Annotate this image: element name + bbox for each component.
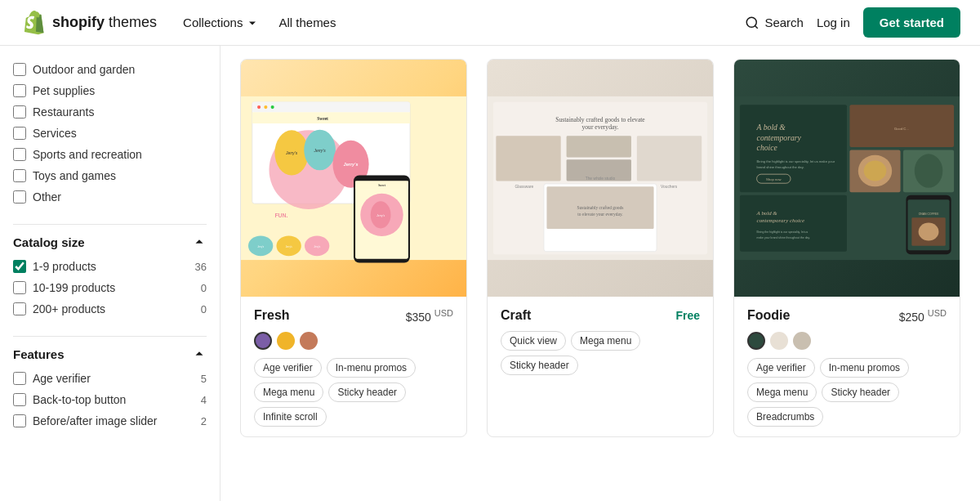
filter-other-checkbox[interactable] (13, 190, 26, 204)
filter-before-after[interactable]: Before/after image slider 2 (13, 410, 207, 432)
filter-200plus[interactable]: 200+ products 0 (13, 298, 207, 320)
get-started-button[interactable]: Get started (863, 7, 960, 38)
features-header[interactable]: Features (13, 336, 207, 368)
filter-other[interactable]: Other (13, 186, 207, 208)
svg-text:Sweet: Sweet (317, 116, 328, 121)
logo-link[interactable]: shopify themes (20, 10, 157, 36)
page-layout: Outdoor and garden Pet supplies Restaura… (0, 46, 980, 501)
tag-breadcrumbs[interactable]: Breadcrumbs (747, 407, 823, 427)
fresh-mockup-svg: Sweet Jerry's Jerry's Jerry's (241, 60, 466, 297)
search-button[interactable]: Search (745, 16, 804, 30)
svg-text:Jerry's: Jerry's (314, 245, 321, 248)
svg-rect-35 (567, 136, 631, 157)
swatch-dark-green[interactable] (747, 332, 765, 350)
svg-text:Shop now: Shop now (766, 177, 781, 181)
svg-text:make your brand shine througho: make your brand shine throughout the day… (757, 236, 810, 239)
svg-text:contemporary choice: contemporary choice (757, 218, 804, 224)
filter-pet[interactable]: Pet supplies (13, 80, 207, 101)
svg-text:Jerry's: Jerry's (314, 149, 327, 153)
tag-sticky-header[interactable]: Sticky header (328, 382, 406, 402)
tag-sticky-header-foodie[interactable]: Sticky header (822, 382, 899, 402)
filter-services[interactable]: Services (13, 123, 207, 144)
foodie-tags: Age verifier In-menu promos Mega menu St… (747, 358, 947, 427)
svg-text:choice: choice (757, 143, 778, 152)
themes-grid: Sweet Jerry's Jerry's Jerry's (240, 59, 960, 437)
catalog-size-header[interactable]: Catalog size (13, 224, 207, 256)
theme-preview-craft: Sustainably crafted goods to elevate you… (488, 60, 713, 297)
filter-age-verifier[interactable]: Age verifier 5 (13, 368, 207, 389)
svg-text:Sustainably crafted goods to e: Sustainably crafted goods to elevate (555, 116, 645, 123)
theme-card-fresh: Sweet Jerry's Jerry's Jerry's (240, 59, 467, 437)
header-actions: Search Log in Get started (745, 7, 960, 38)
theme-card-foodie: A bold & contemporary choice Being the h… (733, 59, 960, 437)
tag-mega-menu[interactable]: Mega menu (254, 382, 323, 402)
nav-collections[interactable]: Collections (183, 16, 259, 29)
theme-preview-fresh: Sweet Jerry's Jerry's Jerry's (241, 60, 466, 297)
login-button[interactable]: Log in (817, 16, 850, 29)
svg-rect-7 (252, 112, 410, 123)
svg-text:Sweet: Sweet (378, 184, 385, 187)
filter-pet-checkbox[interactable] (13, 84, 26, 97)
filter-1-9-checkbox[interactable] (13, 260, 26, 273)
filter-1-9[interactable]: 1-9 products 36 (13, 256, 207, 277)
chevron-up-icon (192, 235, 207, 249)
theme-preview-foodie: A bold & contemporary choice Being the h… (734, 60, 960, 297)
tag-age-verifier[interactable]: Age verifier (254, 358, 322, 378)
craft-theme-info: Craft Free Quick view Mega menu Sticky h… (488, 297, 713, 385)
tag-mega-menu-foodie[interactable]: Mega menu (747, 382, 817, 402)
filter-age-verifier-checkbox[interactable] (13, 372, 26, 385)
filter-sports[interactable]: Sports and recreation (13, 144, 207, 165)
svg-text:to elevate your everyday.: to elevate your everyday. (577, 212, 623, 217)
chevron-down-icon (246, 16, 259, 29)
svg-rect-54 (849, 105, 954, 147)
svg-text:your everyday.: your everyday. (582, 123, 619, 131)
tag-sticky-header-craft[interactable]: Sticky header (501, 356, 578, 375)
svg-text:Jerry's: Jerry's (344, 162, 359, 167)
tag-mega-menu-craft[interactable]: Mega menu (571, 331, 640, 351)
theme-card-craft: Sustainably crafted goods to elevate you… (487, 59, 714, 437)
tag-quick-view[interactable]: Quick view (501, 331, 566, 351)
svg-text:Good C...: Good C... (894, 127, 909, 131)
craft-theme-name: Craft (501, 308, 531, 323)
swatch-yellow[interactable] (277, 332, 295, 350)
filter-services-checkbox[interactable] (13, 127, 26, 140)
filter-toys-checkbox[interactable] (13, 169, 26, 182)
filter-10-199[interactable]: 10-199 products 0 (13, 277, 207, 298)
tag-in-menu-promos[interactable]: In-menu promos (327, 358, 416, 378)
tag-infinite-scroll[interactable]: Infinite scroll (254, 407, 327, 427)
tag-age-verifier-foodie[interactable]: Age verifier (747, 358, 815, 378)
main-nav: Collections All themes (183, 16, 745, 29)
swatch-cream[interactable] (770, 332, 788, 350)
svg-text:Being the highlight is our spe: Being the highlight is our speciality, l… (757, 159, 835, 163)
svg-point-58 (864, 161, 887, 181)
filter-200plus-checkbox[interactable] (13, 302, 26, 315)
filter-toys[interactable]: Toys and games (13, 165, 207, 186)
filter-outdoor[interactable]: Outdoor and garden (13, 59, 207, 80)
svg-text:Jerry's: Jerry's (285, 151, 298, 155)
foodie-mockup-svg: A bold & contemporary choice Being the h… (734, 60, 960, 297)
filter-restaurants[interactable]: Restaurants (13, 101, 207, 123)
category-filter-section: Outdoor and garden Pet supplies Restaura… (13, 59, 207, 208)
filter-restaurants-checkbox[interactable] (13, 105, 26, 119)
swatch-tan[interactable] (793, 332, 811, 350)
chevron-up-icon-features (192, 347, 207, 361)
svg-point-60 (915, 154, 943, 187)
nav-all-themes[interactable]: All themes (278, 16, 336, 29)
logo-text: shopify themes (52, 14, 157, 31)
filter-sports-checkbox[interactable] (13, 148, 26, 161)
foodie-swatches (747, 332, 947, 350)
fresh-theme-price: $350 USD (406, 308, 453, 324)
svg-text:brand shine throughout the day: brand shine throughout the day. (757, 165, 804, 169)
filter-back-to-top[interactable]: Back-to-top button 4 (13, 389, 207, 410)
swatch-purple[interactable] (254, 332, 272, 350)
filter-before-after-checkbox[interactable] (13, 414, 26, 427)
swatch-brown[interactable] (300, 332, 318, 350)
shopify-logo-icon (20, 10, 46, 36)
filter-10-199-checkbox[interactable] (13, 281, 26, 294)
filter-back-to-top-checkbox[interactable] (13, 393, 26, 406)
fresh-tags: Age verifier In-menu promos Mega menu St… (254, 358, 453, 427)
fresh-title-row: Fresh $350 USD (254, 308, 453, 324)
filter-outdoor-checkbox[interactable] (13, 63, 26, 76)
catalog-size-section: Catalog size 1-9 products 36 10-199 prod… (13, 224, 207, 320)
tag-in-menu-promos-foodie[interactable]: In-menu promos (820, 358, 909, 378)
